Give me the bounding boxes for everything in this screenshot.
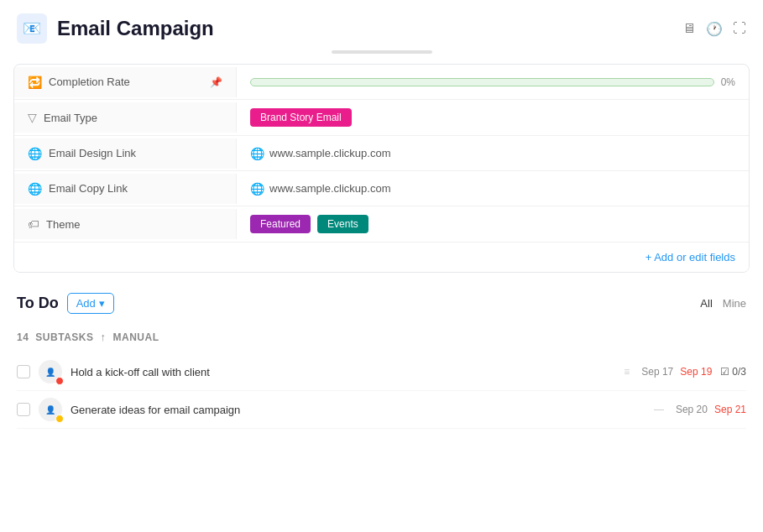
task-name-2[interactable]: Generate ideas for email campaign — [71, 404, 642, 416]
dropdown-icon: ▽ — [28, 111, 37, 124]
task-priority-1: ≡ — [624, 366, 630, 378]
task-end-date-1: Sep 19 — [680, 366, 712, 378]
subtasks-header: 14 SUBTASKS ↑ Manual — [17, 324, 746, 350]
field-value-completion-rate[interactable]: 0% — [237, 68, 749, 96]
label-text-completion-rate: Completion Rate — [49, 76, 130, 88]
task-priority-2: — — [654, 404, 664, 415]
task-checklist-1: ☑ 0/3 — [720, 366, 746, 378]
globe-icon-copy: 🌐 — [28, 182, 42, 196]
link-design: 🌐 www.sample.clickup.com — [250, 147, 391, 160]
checklist-count-1: 0/3 — [732, 366, 746, 378]
link-design-text[interactable]: www.sample.clickup.com — [269, 147, 391, 159]
field-row-email-type: ▽ Email Type Brand Story Email — [14, 100, 749, 136]
task-end-date-2: Sep 21 — [714, 404, 746, 415]
badge-events[interactable]: Events — [317, 215, 368, 233]
field-label-email-design-link: 🌐 Email Design Link — [14, 138, 237, 169]
progress-label: 0% — [721, 76, 735, 88]
badge-featured[interactable]: Featured — [250, 215, 311, 233]
badge-brand-story-email[interactable]: Brand Story Email — [250, 108, 352, 127]
status-dot-2 — [55, 415, 64, 423]
filter-all[interactable]: All — [700, 297, 712, 310]
page-icon: 📧 — [17, 13, 47, 44]
field-label-theme: 🏷 Theme — [14, 209, 237, 239]
task-avatar-1: 👤 — [39, 360, 62, 383]
link-globe-icon-design: 🌐 — [250, 147, 264, 160]
field-value-theme[interactable]: Featured Events — [237, 206, 749, 242]
field-row-email-copy-link: 🌐 Email Copy Link 🌐 www.sample.clickup.c… — [14, 171, 749, 206]
link-copy: 🌐 www.sample.clickup.com — [250, 182, 391, 196]
task-checkbox-2[interactable] — [17, 403, 30, 416]
todo-title: To Do — [17, 295, 59, 312]
add-label: Add — [76, 297, 96, 310]
refresh-icon: 🔁 — [28, 76, 42, 89]
task-avatar-2: 👤 — [39, 398, 62, 421]
fields-container: 🔁 Completion Rate 📌 0% ▽ Email Type Bran… — [13, 64, 750, 273]
status-dot-1 — [55, 377, 64, 385]
label-text-email-copy-link: Email Copy Link — [49, 182, 128, 195]
field-row-completion-rate: 🔁 Completion Rate 📌 0% — [14, 65, 749, 100]
task-row: 👤 Hold a kick-off call with client ≡ Sep… — [17, 353, 746, 391]
history-icon[interactable]: 🕐 — [706, 21, 723, 37]
subtasks-label: SUBTASKS — [35, 331, 93, 343]
task-name-1[interactable]: Hold a kick-off call with client — [71, 366, 612, 378]
label-text-theme: Theme — [46, 218, 80, 231]
label-text-email-type: Email Type — [44, 112, 97, 124]
top-progress-bar — [332, 50, 432, 54]
field-label-completion-rate: 🔁 Completion Rate 📌 — [14, 67, 237, 97]
field-row-email-design-link: 🌐 Email Design Link 🌐 www.sample.clickup… — [14, 136, 749, 171]
filter-mine[interactable]: Mine — [723, 297, 746, 310]
page-title: Email Campaign — [57, 17, 214, 40]
task-dates-1: Sep 17 Sep 19 — [641, 366, 712, 378]
label-text-email-design-link: Email Design Link — [49, 147, 136, 159]
task-row-2: 👤 Generate ideas for email campaign — Se… — [17, 391, 746, 429]
link-copy-text[interactable]: www.sample.clickup.com — [269, 182, 391, 195]
link-globe-icon-copy: 🌐 — [250, 182, 264, 196]
monitor-icon[interactable]: 🖥 — [682, 21, 696, 36]
header-actions: 🖥 🕐 ⛶ — [682, 21, 746, 37]
todo-filters: All Mine — [700, 297, 746, 310]
task-start-date-1: Sep 17 — [641, 366, 673, 378]
page-header: 📧 Email Campaign 🖥 🕐 ⛶ — [0, 0, 763, 50]
task-checkbox-1[interactable] — [17, 365, 30, 378]
todo-header: To Do Add ▾ All Mine — [17, 293, 746, 314]
globe-icon-design: 🌐 — [28, 147, 42, 160]
field-value-email-type[interactable]: Brand Story Email — [237, 100, 749, 135]
add-edit-fields[interactable]: + Add or edit fields — [14, 243, 749, 272]
task-dates-2: Sep 20 Sep 21 — [676, 404, 746, 415]
field-row-theme: 🏷 Theme Featured Events — [14, 206, 749, 243]
checklist-icon-1: ☑ — [720, 366, 729, 378]
expand-icon[interactable]: ⛶ — [733, 21, 746, 36]
field-value-email-design-link[interactable]: 🌐 www.sample.clickup.com — [237, 138, 749, 169]
field-label-email-type: ▽ Email Type — [14, 102, 237, 133]
sort-label: Manual — [112, 331, 159, 343]
pin-icon-completion-rate[interactable]: 📌 — [210, 76, 222, 88]
add-todo-button[interactable]: Add ▾ — [67, 293, 114, 314]
progress-bar-track — [250, 78, 714, 86]
task-start-date-2: Sep 20 — [676, 404, 708, 415]
field-label-email-copy-link: 🌐 Email Copy Link — [14, 174, 237, 204]
field-value-email-copy-link[interactable]: 🌐 www.sample.clickup.com — [237, 174, 749, 204]
chevron-down-icon: ▾ — [99, 297, 105, 310]
tag-icon: 🏷 — [28, 217, 39, 231]
sort-icon[interactable]: ↑ — [100, 331, 106, 343]
subtask-count: 14 — [17, 331, 29, 343]
progress-bar-wrapper: 0% — [250, 76, 735, 88]
todo-section: To Do Add ▾ All Mine 14 SUBTASKS ↑ Manua… — [0, 279, 763, 429]
